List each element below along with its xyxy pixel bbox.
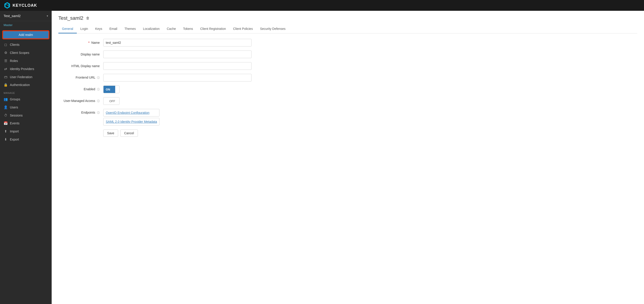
tab-tokens[interactable]: Tokens [180,25,196,34]
main-content: Test_saml2 🗑 General Login Keys Email Th… [52,11,644,304]
enabled-toggle[interactable]: ON [103,86,120,93]
sidebar-item-authentication[interactable]: 🔒 Authentication [0,81,52,89]
sidebar-item-export[interactable]: ⬇ Export [0,136,52,144]
on-label: ON [104,86,115,93]
manage-section-label: Manage [0,89,52,95]
delete-realm-button[interactable]: 🗑 [86,16,90,20]
sidebar-item-clients[interactable]: ◻ Clients [0,41,52,49]
name-input[interactable] [103,39,252,46]
save-button[interactable]: Save [103,130,118,137]
sidebar-item-label: Identity Providers [10,67,34,71]
endpoints-label: Endpoints ⓘ [58,109,103,115]
name-field-group: * Name [58,39,637,46]
display-name-label: Display name [58,52,103,56]
endpoints-list: OpenID Endpoint Configuration SAML 2.0 I… [103,109,160,126]
tab-login[interactable]: Login [77,25,92,34]
logo: KEYCLOAK [4,2,37,9]
form-actions: Save Cancel [103,130,637,137]
html-display-name-input[interactable] [103,62,252,70]
sidebar-item-label: Events [10,122,20,125]
saml-endpoint-link[interactable]: SAML 2.0 Identity Provider Metadata [103,118,160,126]
sidebar-item-label: Import [10,130,19,133]
sidebar-item-label: Authentication [10,83,30,87]
sidebar-item-label: Groups [10,98,20,101]
general-form: * Name Display name HTML Display name [58,39,637,137]
frontend-url-field-group: Frontend URL ⓘ [58,74,637,82]
authentication-icon: 🔒 [4,83,8,87]
openid-endpoint-link[interactable]: OpenID Endpoint Configuration [103,109,160,116]
tab-client-policies[interactable]: Client Policies [230,25,256,34]
tab-client-registration[interactable]: Client Registration [197,25,230,34]
groups-icon: 👥 [4,97,8,101]
off-label: OFF [108,98,119,105]
keycloak-logo-icon [4,2,11,9]
user-managed-toggle-off[interactable]: OFF [103,97,120,105]
frontend-url-help-icon[interactable]: ⓘ [97,76,100,79]
sidebar-item-label: User Federation [10,75,32,79]
add-realm-button[interactable]: Add realm [3,31,49,39]
identity-providers-icon: ⇄ [4,67,8,71]
sidebar-item-groups[interactable]: 👥 Groups [0,95,52,103]
sidebar-item-user-federation[interactable]: 🗃 User Federation [0,73,52,81]
toggle-handle [115,86,119,93]
frontend-url-label: Frontend URL ⓘ [58,76,103,80]
html-display-name-label: HTML Display name [58,64,103,68]
clients-icon: ◻ [4,43,8,47]
sidebar-item-client-scopes[interactable]: ⚙ Client Scopes [0,49,52,57]
tab-cache[interactable]: Cache [163,25,180,34]
client-scopes-icon: ⚙ [4,51,8,55]
import-icon: ⬆ [4,129,8,133]
sidebar-item-label: Client Scopes [10,51,29,54]
required-indicator: * [88,41,89,44]
tab-general[interactable]: General [58,25,77,34]
realm-name: Test_saml2 [4,14,21,18]
tab-security-defenses[interactable]: Security Defenses [256,25,289,34]
user-managed-access-field-group: User-Managed Access ⓘ OFF [58,97,637,105]
logo-text: KEYCLOAK [12,3,37,8]
sidebar-item-sessions[interactable]: ⏱ Sessions [0,111,52,119]
sidebar-item-roles[interactable]: ☰ Roles [0,57,52,65]
sidebar-item-label: Sessions [10,114,23,117]
sidebar-item-events[interactable]: 📅 Events [0,119,52,127]
sidebar-item-label: Clients [10,43,20,46]
page-title-row: Test_saml2 🗑 [58,15,637,21]
sessions-icon: ⏱ [4,114,8,117]
user-managed-access-toggle[interactable]: OFF [103,97,120,105]
topbar: KEYCLOAK [0,0,644,11]
enabled-label: Enabled ⓘ [58,87,103,92]
sidebar: Test_saml2 ▾ Master Add realm ◻ Clients … [0,11,52,304]
chevron-down-icon: ▾ [47,14,48,18]
user-managed-access-help-icon[interactable]: ⓘ [97,100,100,102]
endpoints-field-group: Endpoints ⓘ OpenID Endpoint Configuratio… [58,109,637,126]
users-icon: 👤 [4,105,8,109]
enabled-help-icon[interactable]: ⓘ [97,88,100,91]
tab-themes[interactable]: Themes [121,25,140,34]
sidebar-item-label: Export [10,138,19,141]
display-name-input[interactable] [103,50,252,58]
endpoints-help-icon[interactable]: ⓘ [97,111,100,114]
sidebar-item-import[interactable]: ⬆ Import [0,127,52,136]
cancel-button[interactable]: Cancel [120,130,138,137]
page-title: Test_saml2 [58,15,83,21]
tabs: General Login Keys Email Themes Localiza… [58,25,637,34]
toggle-handle-off [104,98,108,105]
name-label: * Name [58,41,103,44]
realm-selector[interactable]: Test_saml2 ▾ [0,11,52,21]
display-name-field-group: Display name [58,50,637,58]
sidebar-item-label: Roles [10,59,18,63]
enabled-field-group: Enabled ⓘ ON [58,86,637,93]
frontend-url-input[interactable] [103,74,252,82]
sidebar-item-users[interactable]: 👤 Users [0,103,52,111]
enabled-toggle-on[interactable]: ON [103,86,120,93]
roles-icon: ☰ [4,59,8,63]
sidebar-item-label: Users [10,106,18,109]
user-managed-access-label: User-Managed Access ⓘ [58,99,103,103]
export-icon: ⬇ [4,138,8,142]
sidebar-item-identity-providers[interactable]: ⇄ Identity Providers [0,65,52,73]
tab-email[interactable]: Email [106,25,121,34]
tab-localization[interactable]: Localization [140,25,163,34]
user-federation-icon: 🗃 [4,75,8,79]
master-realm-link[interactable]: Master [0,21,52,29]
tab-keys[interactable]: Keys [92,25,106,34]
events-icon: 📅 [4,121,8,125]
